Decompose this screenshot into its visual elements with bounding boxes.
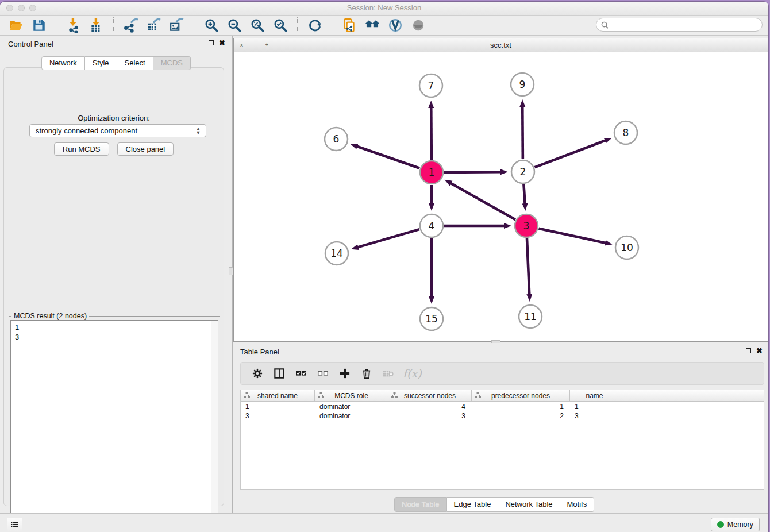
refresh-button[interactable] — [306, 17, 324, 34]
export-network-button[interactable] — [122, 17, 140, 34]
export-table-button[interactable] — [145, 17, 163, 34]
table-header-row: shared nameMCDS rolesuccessor nodesprede… — [241, 390, 764, 402]
edge-3-10[interactable] — [538, 229, 606, 243]
column-header-predecessor-nodes[interactable]: predecessor nodes — [472, 390, 570, 401]
node-3[interactable]: 3 — [515, 214, 538, 237]
node-1[interactable]: 1 — [420, 161, 443, 184]
hide-selected-button[interactable] — [410, 17, 427, 34]
cell: dominator — [315, 403, 388, 411]
export-image-button[interactable] — [168, 17, 186, 34]
zoom-out-button[interactable] — [226, 17, 243, 34]
edge-3-1[interactable] — [450, 183, 515, 219]
cell: 3 — [570, 412, 619, 420]
node-8[interactable]: 8 — [614, 121, 637, 144]
search-input[interactable] — [609, 20, 762, 30]
close-panel-icon[interactable]: ✖ — [219, 40, 225, 46]
run-mcds-button[interactable]: Run MCDS — [54, 142, 109, 156]
node-15[interactable]: 15 — [420, 307, 443, 330]
open-session-button[interactable] — [7, 17, 25, 34]
clone-network-button[interactable] — [341, 17, 358, 34]
zoom-in-button[interactable] — [203, 17, 220, 34]
app-window: Session: New Session Control Panel ✖ Net… — [0, 2, 768, 532]
svg-text:4: 4 — [429, 220, 435, 232]
close-table-panel-icon[interactable]: ✖ — [756, 348, 763, 354]
tab-network-table[interactable]: Network Table — [498, 497, 560, 512]
import-table-icon — [89, 18, 104, 33]
column-header-MCDS-role[interactable]: MCDS role — [315, 390, 388, 401]
node-2[interactable]: 2 — [511, 160, 534, 183]
table-panel-header: Table Panel ✖ — [233, 343, 768, 358]
gear-button[interactable] — [249, 365, 266, 382]
edge-1-2[interactable] — [444, 172, 502, 172]
node-11[interactable]: 11 — [519, 305, 542, 328]
node-6[interactable]: 6 — [325, 128, 348, 151]
edge-2-8[interactable] — [535, 140, 606, 167]
task-history-button[interactable] — [7, 518, 22, 531]
add-column-button[interactable] — [336, 365, 353, 382]
tab-network[interactable]: Network — [41, 56, 85, 70]
delete-column-button[interactable] — [358, 365, 375, 382]
tab-mcds[interactable]: MCDS — [153, 56, 191, 70]
float-panel-icon[interactable] — [209, 40, 214, 45]
node-9[interactable]: 9 — [511, 73, 534, 96]
import-table-button[interactable] — [88, 17, 105, 34]
svg-text:3: 3 — [523, 220, 530, 232]
function-builder-button[interactable]: f(x) — [403, 367, 422, 380]
memory-status-icon — [717, 521, 724, 528]
network-canvas[interactable]: 7968124314101511 — [234, 52, 768, 341]
select-all-checkboxes-button[interactable] — [292, 365, 310, 382]
save-session-button[interactable] — [30, 17, 48, 34]
tree-icon — [244, 392, 250, 399]
edge-1-7[interactable] — [431, 107, 432, 160]
split-columns-button[interactable] — [271, 365, 288, 382]
first-neighbors-button[interactable] — [364, 17, 381, 34]
graph-svg: 7968124314101511 — [234, 52, 768, 341]
title-bar: Session: New Session — [0, 2, 768, 16]
result-scrollbar[interactable] — [211, 321, 218, 532]
tab-style[interactable]: Style — [85, 56, 117, 70]
network-window-titlebar[interactable]: x – + scc.txt — [234, 38, 768, 52]
delete-table-button[interactable] — [380, 365, 397, 382]
tab-edge-table[interactable]: Edge Table — [447, 497, 499, 512]
node-7[interactable]: 7 — [419, 74, 442, 97]
control-panel: Control Panel ✖ NetworkStyleSelectMCDS O… — [0, 36, 232, 513]
zoom-selected-button[interactable] — [272, 17, 289, 34]
column-header-shared-name[interactable]: shared name — [241, 390, 315, 401]
close-panel-button[interactable]: Close panel — [117, 142, 174, 156]
edge-2-9[interactable] — [522, 106, 523, 159]
node-14[interactable]: 14 — [325, 242, 348, 265]
svg-text:9: 9 — [519, 79, 526, 90]
cyndex-button[interactable] — [387, 17, 404, 34]
edge-3-11[interactable] — [527, 238, 529, 295]
tab-select[interactable]: Select — [117, 56, 153, 70]
cell: 1 — [570, 403, 619, 411]
zoom-out-icon — [227, 18, 242, 33]
status-bar: Memory — [0, 513, 768, 532]
tab-motifs[interactable]: Motifs — [560, 497, 595, 512]
node-4[interactable]: 4 — [420, 214, 443, 237]
deselect-all-checkboxes-button[interactable] — [314, 365, 332, 382]
hide-selected-icon — [411, 18, 426, 33]
import-network-button[interactable] — [65, 17, 82, 34]
float-table-panel-icon[interactable] — [746, 348, 751, 353]
edge-1-6[interactable] — [356, 146, 419, 168]
criterion-select[interactable]: strongly connected component ▲▼ — [29, 124, 206, 137]
node-10[interactable]: 10 — [615, 236, 638, 259]
app-title: Session: New Session — [0, 3, 768, 12]
column-header-successor-nodes[interactable]: successor nodes — [388, 390, 472, 401]
delete-column-icon — [361, 368, 372, 379]
memory-label: Memory — [727, 521, 753, 529]
table-row[interactable]: 1dominator411 — [241, 402, 764, 411]
table-row[interactable]: 3dominator323 — [241, 411, 764, 421]
zoom-fit-button[interactable] — [249, 17, 266, 34]
memory-button[interactable]: Memory — [711, 518, 760, 531]
edge-2-3[interactable] — [523, 184, 525, 205]
tab-node-table[interactable]: Node Table — [394, 497, 447, 512]
clone-network-icon — [342, 18, 357, 33]
mcds-result-box: MCDS result (2 nodes) 1 3 — [9, 316, 220, 532]
refresh-icon — [307, 18, 322, 33]
edge-4-14[interactable] — [357, 229, 419, 248]
svg-text:10: 10 — [621, 242, 633, 253]
column-header-name[interactable]: name — [570, 390, 619, 401]
mcds-result-text[interactable]: 1 3 — [10, 320, 218, 532]
